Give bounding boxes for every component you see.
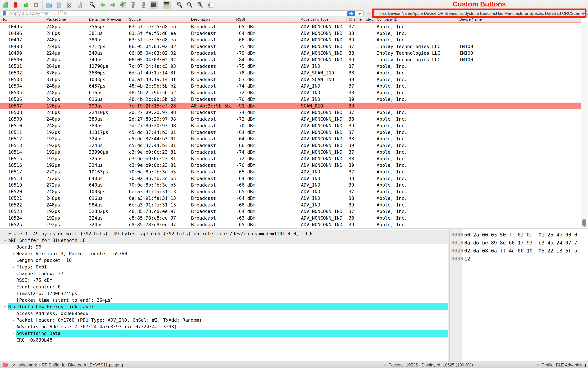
detail-tree-row[interactable]: Access Address: 0x8e89bed6 [0,310,448,317]
detail-tree-row[interactable]: RSSI: -75 dBm [0,277,448,284]
profile-indicator[interactable]: Profile: BLE Advertising [542,363,586,368]
packet-row[interactable]: 10523192µs32382µsc8:85:78:c8:ee:97Broadc… [0,208,581,215]
packet-row[interactable]: 10525192µs324µsc8:85:78:c8:ee:97Broadcas… [0,221,581,228]
packet-row[interactable]: 10515192µs325µsc3:9e:b9:0c:23:81Broadcas… [0,155,581,162]
custom-filter-button-scan-requests-responses[interactable]: Scan Requests/Responses [571,11,588,16]
expander-collapsed-icon[interactable]: › [10,251,16,256]
packet-row[interactable]: 10498224µs4712µs06:05:04:03:02:02Broadca… [0,43,581,50]
wireshark-start-capture-button[interactable] [1,1,9,9]
detail-tree-row[interactable]: Length of packet: 10 [0,257,448,264]
detail-tree-row[interactable]: CRC: 0x639b48 [0,337,448,343]
packet-row[interactable]: 10512192µs324µsc5:dd:37:44:b3:01Broadcas… [0,135,581,142]
packet-row[interactable]: 10504248µs6457µs48:4b:2c:9b:5b:b2Broadca… [0,83,581,90]
packet-row[interactable]: 10524192µs324µsc8:85:78:c8:ee:97Broadcas… [0,215,581,221]
filter-dropdown-chevron-icon[interactable] [358,13,361,15]
detail-tree-row[interactable]: Channel Index: 37 [0,270,448,277]
column-header-device-name[interactable]: Device Name [457,17,581,22]
detail-tree-row[interactable]: Advertising Address: 7c:07:24:4a:c3:93 (… [0,323,448,330]
partially-visible-row[interactable] [0,22,581,23]
colorize-packets-button[interactable] [163,1,171,9]
detail-tree-row[interactable]: [Packet time (start to end): 264µs] [0,297,448,304]
column-header-rssi[interactable]: RSSI [234,17,299,22]
expert-info-icon[interactable] [3,363,8,367]
packet-row[interactable]: 10509248µs380µs2d:27:89:20:97:98Broadcas… [0,116,581,122]
go-forward-button[interactable] [109,1,117,9]
packet-row[interactable]: 10508248µs22410µs2d:27:89:20:97:98Broadc… [0,109,581,116]
expander-collapsed-icon[interactable]: › [10,318,16,323]
packet-row[interactable]: 10495248µs3565µs03:5f:fe:f5:d8:eaBroadca… [0,23,581,30]
zoom-in-button[interactable] [176,1,184,9]
go-to-top-button[interactable] [129,1,137,9]
packet-row[interactable]: 10502376µs3630µs6d:af:49:1a:14:3fBroadca… [0,70,581,76]
open-file-button[interactable] [45,1,53,9]
detail-tree-row[interactable]: ›Frame 1: 49 bytes on wire (392 bits), 4… [0,230,448,237]
packet-row[interactable]: 10500224µs349µs06:05:04:03:02:02Broadcas… [0,56,581,63]
detail-tree-row[interactable]: ›Packet Header: 0x1760 (PDU Type: ADV_IN… [0,317,448,323]
horizontal-splitter[interactable] [0,228,588,229]
packet-row[interactable]: 10520248µs1003µs6e:a3:91:fa:31:13Broadca… [0,188,581,195]
packet-row[interactable]: 10497248µs380µs03:5f:fe:f5:d8:eaBroadcas… [0,37,581,43]
packet-row[interactable]: 10516192µs324µsc3:9e:b9:0c:23:81Broadcas… [0,162,581,168]
custom-filter-button-has-manufacturer-specific-data[interactable]: Has Manufacturer Specific Data [496,11,554,16]
detail-tree-row[interactable]: Event counter: 0 [0,284,448,290]
reload-file-button[interactable] [76,1,83,9]
column-header-source[interactable]: Source [127,17,189,22]
column-header-advertising-type[interactable]: Advertising Type [299,17,346,22]
column-header-destination[interactable]: Destination [189,17,234,22]
go-to-packet-button[interactable] [119,1,127,9]
column-header-channel-index[interactable]: Channel Index [346,17,375,22]
packet-list-scrollbar[interactable] [581,22,587,228]
packet-row[interactable]: 10521248µs616µs6e:a3:91:fa:31:13Broadcas… [0,195,581,202]
column-header-no-[interactable]: No. [0,17,44,22]
vertical-splitter[interactable] [448,229,450,361]
detail-tree-row[interactable]: ›nRF Sniffer for Bluetooth LE [0,237,448,244]
detail-tree-row[interactable]: Timestamp: 173063245µs [0,290,448,297]
packet-row[interactable]: 10496248µs381µs03:5f:fe:f5:d8:eaBroadcas… [0,30,581,37]
auto-scroll-button[interactable] [150,1,158,9]
custom-filter-button-eddystone-beacons[interactable]: Eddystone Beacons [460,11,496,16]
packet-row[interactable]: 10517272µs10163µs70:0a:8b:fb:3c:b5Broadc… [0,168,581,175]
go-back-button[interactable] [99,1,107,9]
capture-comment-icon[interactable] [11,362,16,368]
packet-row[interactable]: 10519272µs640µs70:0a:8b:fb:3c:b5Broadcas… [0,182,581,188]
column-header-packet-time[interactable]: Packet time [44,17,87,22]
packet-row[interactable]: 10518272µs640µs70:0a:8b:fb:3c:b5Broadcas… [0,175,581,182]
custom-filter-button-has-device-name[interactable]: Has Device Name [380,11,412,16]
detail-tree-row[interactable]: ›Header Version: 3, Packet counter: 6536… [0,250,448,257]
packet-row[interactable]: 10503376µs1033µs6d:af:49:1a:14:3fBroadca… [0,76,581,83]
go-to-bottom-button[interactable] [140,1,147,9]
packet-row[interactable]: 10506248µs616µs48:4b:2c:9b:5b:b2Broadcas… [0,96,581,102]
packet-row[interactable]: 10501264µs12790µs7c:07:24:4a:c3:93Broadc… [0,63,581,70]
capture-options-button[interactable] [32,1,40,9]
apply-filter-button[interactable] [347,11,355,16]
packet-row[interactable]: 10513192µs324µsc5:dd:37:44:b3:01Broadcas… [0,142,581,149]
add-filter-button-plus[interactable]: + [365,9,373,17]
packet-row-selected[interactable]: 10507176µs399µs7e:f9:2f:15:ef:2848:4b:2c… [0,102,581,109]
detail-tree-row[interactable]: ›Advertising Data [0,330,448,337]
column-header-company-id[interactable]: Company ID [375,17,457,22]
find-packet-button[interactable] [89,1,96,9]
resize-columns-button[interactable] [206,1,214,9]
detail-tree-row[interactable]: ›Bluetooth Low Energy Link Layer [0,304,448,310]
detail-tree-row[interactable]: ›Flags: 0x01 [0,264,448,270]
save-file-button[interactable]: 010110100101 [55,1,63,9]
packet-row[interactable]: 10522248µs984µs6e:a3:91:fa:31:13Broadcas… [0,202,581,208]
packet-row[interactable]: 10510248µs380µs2d:27:89:20:97:98Broadcas… [0,122,581,129]
expander-expanded-icon[interactable]: › [3,304,8,310]
zoom-original-button[interactable] [196,1,204,9]
expander-collapsed-icon[interactable]: › [2,231,8,236]
expander-collapsed-icon[interactable]: › [10,264,16,269]
expander-collapsed-icon[interactable]: › [10,331,16,336]
scrollbar-thumb[interactable] [582,219,586,227]
display-filter-input[interactable]: Apply a display filter ... <⌘/> [1,10,363,16]
custom-filter-button-bad-crc[interactable]: Bad CRC [554,11,571,16]
zoom-out-button[interactable] [186,1,194,9]
expander-expanded-icon[interactable]: › [3,238,8,243]
filter-bookmark-icon[interactable] [2,11,7,16]
packet-row[interactable]: 10511192µs11817µsc5:dd:37:44:b3:01Broadc… [0,129,581,136]
detail-tree-row[interactable]: Board: 96 [0,244,448,250]
restart-capture-button[interactable] [22,1,30,9]
stop-capture-button[interactable] [12,1,19,9]
packet-row[interactable]: 10499224µs349µs06:05:04:03:02:02Broadcas… [0,50,581,56]
packet-row[interactable]: 10505248µs616µs48:4b:2c:9b:5b:b2Broadcas… [0,89,581,96]
